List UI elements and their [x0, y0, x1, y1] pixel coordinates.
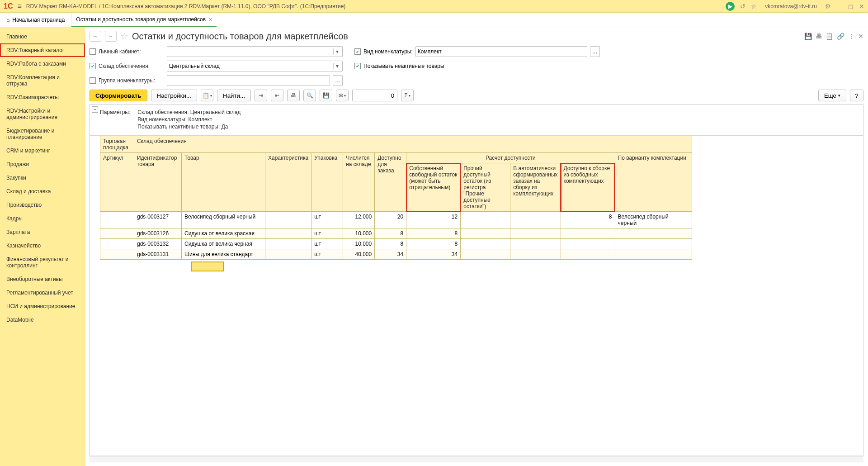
- settings-button[interactable]: Настройки...: [151, 90, 197, 101]
- nomen-type-input[interactable]: Комплект: [415, 46, 587, 57]
- print-button[interactable]: 🖶: [287, 90, 300, 101]
- close-page-icon[interactable]: ✕: [858, 33, 863, 40]
- tab-home[interactable]: ⌂ Начальная страница: [0, 13, 71, 27]
- col-instock: Числится на складе: [343, 153, 375, 212]
- col-packaging: Упаковка: [311, 153, 343, 212]
- sidebar-item-orders[interactable]: RDV:Работа с заказами: [0, 57, 85, 71]
- warehouse-label: Склад обеспечения:: [99, 63, 164, 69]
- horizontal-scrollbar[interactable]: [90, 456, 863, 462]
- table-row[interactable]: gds-0003132Сидушка от велика чернаяшт10,…: [100, 239, 692, 249]
- user-label[interactable]: vkomratova@rdv-it.ru: [762, 3, 820, 10]
- favorite-star-icon[interactable]: ☆: [120, 31, 128, 42]
- save-icon[interactable]: 💾: [804, 33, 812, 40]
- home-icon: ⌂: [6, 17, 9, 23]
- preview-button[interactable]: 🔍: [303, 90, 316, 101]
- personal-cabinet-checkbox[interactable]: [90, 48, 96, 55]
- col-byvariant: По варианту комплектации: [615, 153, 692, 212]
- sidebar-item-salary[interactable]: Зарплата: [0, 225, 85, 239]
- params-band: Параметры: Склад обеспечения: Центральны…: [90, 105, 863, 136]
- tab-close-icon[interactable]: ×: [208, 16, 212, 23]
- more-button[interactable]: Еще ▾: [818, 90, 846, 101]
- sidebar-item-picking[interactable]: RDV:Комплектация и отгрузка: [0, 71, 85, 90]
- sidebar-item-admin[interactable]: RDV:Настройки и администрирование: [0, 104, 85, 124]
- sidebar-item-budget[interactable]: Бюджетирование и планирование: [0, 124, 85, 144]
- nomen-group-input[interactable]: [167, 75, 330, 86]
- report-grid[interactable]: Торговая площадка Склад обеспечения Арти…: [100, 136, 692, 260]
- maximize-icon[interactable]: ◻: [848, 3, 854, 10]
- warehouse-input[interactable]: Центральный склад▾: [167, 61, 343, 71]
- link-icon[interactable]: 🔗: [837, 33, 844, 40]
- selected-cell[interactable]: [192, 262, 223, 271]
- table-row[interactable]: gds-0003127Велосипед сборный черныйшт12,…: [100, 212, 692, 228]
- warehouse-checkbox[interactable]: ✔: [90, 63, 96, 69]
- sidebar-item-warehouse[interactable]: Склад и доставка: [0, 185, 85, 198]
- sidebar-item-crm[interactable]: CRM и маркетинг: [0, 144, 85, 157]
- history-icon[interactable]: ↺: [740, 3, 745, 10]
- star-icon[interactable]: ☆: [751, 3, 757, 10]
- sum-button[interactable]: Σ▾: [401, 90, 414, 101]
- nav-back-button[interactable]: ←: [90, 31, 101, 42]
- sidebar-item-sales[interactable]: Продажи: [0, 157, 85, 171]
- col-avail-assembly: Доступно к сборке из свободных комплекту…: [561, 163, 615, 212]
- tab-active[interactable]: Остатки и доступность товаров для маркет…: [71, 13, 217, 27]
- paste-button[interactable]: 📋▾: [201, 90, 213, 101]
- collapse-all-button[interactable]: ⇤: [271, 90, 283, 101]
- personal-cabinet-label: Личный кабинет:: [99, 48, 164, 55]
- nomen-group-select-button[interactable]: …: [333, 75, 343, 86]
- app-logo: 1C: [4, 2, 13, 10]
- titlebar: 1C ≡ RDV Маркет RM-KA-MODEL / 1С:Комплек…: [0, 0, 868, 13]
- chevron-down-icon[interactable]: ▾: [333, 48, 340, 55]
- find-button[interactable]: Найти...: [217, 90, 251, 101]
- sidebar-item-datamobile[interactable]: DataMobile: [0, 313, 85, 327]
- sidebar-item-hr[interactable]: Кадры: [0, 212, 85, 225]
- col-in-auto: В автоматически сформированных заказах н…: [510, 163, 561, 212]
- col-marketplace: Торговая площадка: [100, 136, 134, 153]
- kebab-icon[interactable]: ⋮: [848, 33, 854, 40]
- settings-lines-icon[interactable]: ⚙: [825, 3, 831, 10]
- chevron-down-icon[interactable]: ▾: [333, 63, 340, 69]
- number-input[interactable]: [352, 90, 397, 101]
- sidebar-item-regaccount[interactable]: Регламентированный учет: [0, 286, 85, 300]
- page-title: Остатки и доступность товаров для маркет…: [132, 31, 801, 42]
- collapse-toggle-icon[interactable]: −: [92, 106, 98, 113]
- main-menu-icon[interactable]: ≡: [17, 2, 21, 10]
- sidebar-item-nsi[interactable]: НСИ и администрирование: [0, 300, 85, 313]
- personal-cabinet-input[interactable]: ▾: [167, 46, 343, 57]
- table-row[interactable]: gds-0003131Шины для велика стандартшт40,…: [100, 249, 692, 260]
- copy-icon[interactable]: 📋: [826, 33, 833, 40]
- col-warehouse: Склад обеспечения: [134, 136, 692, 153]
- play-icon[interactable]: ▶: [726, 2, 735, 11]
- close-window-icon[interactable]: ✕: [859, 3, 864, 10]
- nomen-group-label: Группа номенклатуры:: [99, 77, 164, 84]
- minimize-icon[interactable]: —: [836, 3, 843, 10]
- help-button[interactable]: ?: [850, 90, 863, 101]
- tab-home-label: Начальная страница: [12, 17, 65, 23]
- sidebar-item-catalog[interactable]: RDV:Товарный каталог: [0, 43, 85, 57]
- sidebar-item-finresult[interactable]: Финансовый результат и контроллинг: [0, 252, 85, 272]
- sidebar-item-treasury[interactable]: Казначейство: [0, 239, 85, 252]
- sidebar-item-assets[interactable]: Внеоборотные активы: [0, 272, 85, 286]
- nomen-group-checkbox[interactable]: [90, 77, 96, 84]
- sidebar-item-main[interactable]: Главное: [0, 30, 85, 43]
- sidebar-item-production[interactable]: Производство: [0, 198, 85, 212]
- report-area: − Параметры: Склад обеспечения: Централь…: [90, 104, 863, 456]
- sidebar: Главное RDV:Товарный каталог RDV:Работа …: [0, 27, 85, 466]
- nomen-type-checkbox[interactable]: ✔: [354, 48, 361, 55]
- sidebar-item-settlements[interactable]: RDV:Взаиморасчеты: [0, 90, 85, 104]
- show-inactive-checkbox[interactable]: ✔: [354, 63, 361, 69]
- save-disk-button[interactable]: 💾: [320, 90, 332, 101]
- print-page-icon[interactable]: 🖶: [816, 33, 822, 40]
- tabs-bar: ⌂ Начальная страница Остатки и доступнос…: [0, 13, 868, 27]
- mail-button[interactable]: ✉▾: [336, 90, 349, 101]
- nomen-type-select-button[interactable]: …: [590, 46, 600, 57]
- generate-button[interactable]: Сформировать: [90, 90, 147, 101]
- col-article: Артикул: [100, 153, 134, 212]
- nomen-type-label: Вид номенклатуры:: [363, 48, 413, 55]
- col-characteristic: Характеристика: [265, 153, 311, 212]
- nav-forward-button[interactable]: →: [105, 31, 117, 42]
- table-row[interactable]: gds-0003126Сидушка от велика краснаяшт10…: [100, 228, 692, 239]
- col-product: Товар: [182, 153, 265, 212]
- expand-all-button[interactable]: ⇥: [255, 90, 267, 101]
- params-label: Параметры:: [100, 109, 136, 115]
- sidebar-item-purchases[interactable]: Закупки: [0, 171, 85, 185]
